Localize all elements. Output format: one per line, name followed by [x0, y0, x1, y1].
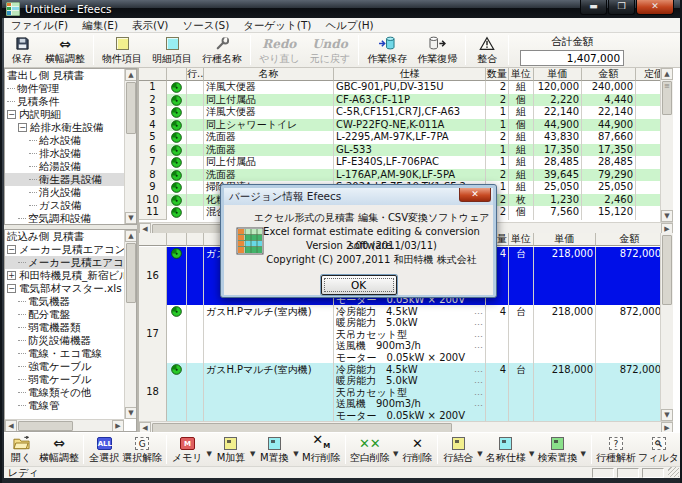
- column-header[interactable]: [187, 233, 204, 246]
- scroll-thumb[interactable]: [662, 235, 672, 305]
- m-add-button[interactable]: M加算: [214, 433, 248, 466]
- expand-box-icon[interactable]: +: [7, 271, 16, 280]
- column-header[interactable]: 単価: [534, 233, 596, 246]
- blank-delete-button[interactable]: ✕✕ 空白削除: [349, 433, 391, 466]
- column-header[interactable]: [139, 68, 167, 81]
- table-row[interactable]: 6洗面器GL-5331組17,35017,350: [139, 144, 673, 157]
- export-tree-vscrollbar[interactable]: ▲ ▼: [124, 69, 136, 224]
- column-header[interactable]: 金額: [596, 233, 664, 246]
- tree-item[interactable]: −メーカー見積エアコン.csv: [5, 243, 136, 256]
- scroll-up-arrow[interactable]: ▲: [661, 68, 673, 80]
- table-row[interactable]: 2同上付属品CF-A63,CF-11P2個2,2204,440: [139, 94, 673, 107]
- detail-item-button[interactable]: 明細項目: [147, 33, 197, 67]
- scroll-thumb[interactable]: [18, 421, 73, 431]
- work-restore-button[interactable]: 作業復帰: [412, 33, 462, 67]
- table1-vscrollbar[interactable]: ▲ ≡ ▼: [660, 68, 673, 222]
- m-add-dropdown-arrow[interactable]: ▼: [248, 450, 257, 458]
- row-delete-button[interactable]: ✕ 行削除: [400, 433, 434, 466]
- column-header[interactable]: 単価: [534, 68, 582, 81]
- m-row-delete-button[interactable]: ✕M M行削除: [301, 433, 342, 466]
- table-row[interactable]: 4同上シャワートイレCW-P22FQ-NE,K-011A1個44,90044,9…: [139, 119, 673, 132]
- menu-edit[interactable]: 編集(E): [75, 18, 125, 33]
- memory-button[interactable]: M メモリ: [170, 433, 204, 466]
- tree-item[interactable]: メーカー見積エアコン: [5, 256, 136, 269]
- scroll-down-arrow[interactable]: ▼: [125, 212, 137, 224]
- tree-item[interactable]: 見積条件: [5, 95, 136, 108]
- row-type-parse-button[interactable]: ? 行種解析: [595, 433, 637, 466]
- name-spec-dropdown-arrow[interactable]: ▼: [527, 450, 536, 458]
- select-all-button[interactable]: ALL 全選択: [87, 433, 121, 466]
- table-row[interactable]: 5洗面器L-2295,AM-97K,LF-7PA2組43,83087,660: [139, 131, 673, 144]
- table2-vscrollbar[interactable]: ▼: [660, 233, 673, 421]
- column-header[interactable]: 名称: [204, 68, 334, 81]
- save-button[interactable]: 保存: [4, 33, 40, 67]
- table-row[interactable]: 7同上付属品LF-E340S,LF-706PAC1組28,48528,485: [139, 156, 673, 169]
- table-row[interactable]: 18ガスH.Pマルチ(室内機)冷房能力 4.5kW…暖房能力 5.0kW…天吊カ…: [139, 363, 673, 421]
- fit-width-button-bottom[interactable]: ⇔ 横幅調整: [38, 433, 80, 466]
- scroll-right-arrow[interactable]: ▶: [112, 420, 124, 432]
- fit-width-button[interactable]: ⇔ 横幅調整: [40, 33, 90, 67]
- deselect-button[interactable]: G 選択解除: [121, 433, 163, 466]
- column-header[interactable]: [167, 233, 187, 246]
- scroll-down-arrow[interactable]: ▼: [661, 409, 673, 421]
- property-item-button[interactable]: 物件項目: [97, 33, 147, 67]
- name-spec-button[interactable]: 名称仕様: [485, 433, 527, 466]
- scroll-left-arrow[interactable]: ◀: [5, 420, 17, 432]
- scroll-thumb[interactable]: ≡: [662, 81, 672, 115]
- table-row[interactable]: 8洗面器L-176AP,AM-90K,LF-5PA2組39,64579,290: [139, 169, 673, 182]
- tree-item[interactable]: −内訳明細: [5, 108, 136, 121]
- collapse-box-icon[interactable]: −: [7, 110, 16, 119]
- menu-help[interactable]: ヘルプ(H): [318, 18, 380, 33]
- tree-item[interactable]: +和田特機見積_新宿ビル.xls: [5, 269, 136, 282]
- blank-delete-dropdown-arrow[interactable]: ▼: [391, 450, 400, 458]
- menu-source[interactable]: ソース(S): [175, 18, 236, 33]
- tree-item[interactable]: −給排水衛生設備: [5, 121, 136, 134]
- import-tree-vscrollbar[interactable]: ▲ ▼: [124, 230, 136, 419]
- collapse-box-icon[interactable]: −: [7, 245, 16, 254]
- dialog-close-button[interactable]: ✕: [459, 188, 491, 202]
- dialog-title-bar[interactable]: バージョン情報 Efeecs ✕: [224, 188, 493, 205]
- column-header[interactable]: [139, 233, 167, 246]
- tree-item[interactable]: −電気部材マスター.xls: [5, 282, 136, 295]
- row-type-name-button[interactable]: 行種名称: [197, 33, 247, 67]
- work-save-button[interactable]: 作業保存: [362, 33, 412, 67]
- scroll-down-arrow[interactable]: ▼: [661, 210, 673, 222]
- tree-item[interactable]: 空気調和設備: [5, 212, 136, 225]
- tree-item[interactable]: 電気機器: [5, 295, 136, 308]
- tree-item[interactable]: 強電ケーブル: [5, 360, 136, 373]
- tree-item[interactable]: 物件管理: [5, 82, 136, 95]
- align-button[interactable]: 整合: [469, 33, 505, 67]
- scroll-up-arrow[interactable]: ▲: [125, 69, 137, 81]
- undo-button[interactable]: Undo 元に戻す: [305, 33, 355, 67]
- tree-item[interactable]: 配分電盤: [5, 308, 136, 321]
- collapse-box-icon[interactable]: −: [7, 284, 16, 293]
- tree-item[interactable]: 電線類その他: [5, 386, 136, 399]
- column-header[interactable]: 単位: [509, 68, 534, 81]
- total-amount-field[interactable]: [520, 50, 624, 66]
- row-join-button[interactable]: 行結合: [441, 433, 475, 466]
- column-header[interactable]: 行...: [187, 68, 204, 81]
- table-row[interactable]: 3洋風大便器C-5R,CF151,CR7J,CF-A631組22,14022,1…: [139, 106, 673, 119]
- collapse-box-icon[interactable]: −: [18, 123, 27, 132]
- tree-item[interactable]: 電線管: [5, 399, 136, 412]
- row-join-dropdown-arrow[interactable]: ▼: [475, 450, 484, 458]
- menu-target[interactable]: ターゲット(T): [236, 18, 318, 33]
- resize-grip[interactable]: [668, 467, 679, 477]
- filter-button[interactable]: 🔍︎ フィルタ: [637, 433, 680, 466]
- tree-item[interactable]: 弱電ケーブル: [5, 373, 136, 386]
- scroll-down-arrow[interactable]: ▼: [125, 407, 137, 419]
- scroll-thumb[interactable]: [126, 243, 136, 303]
- m-replace-dropdown-arrow[interactable]: ▼: [291, 450, 300, 458]
- tree-item[interactable]: 消火設備: [5, 186, 136, 199]
- column-header[interactable]: 数量: [486, 68, 509, 81]
- scroll-thumb[interactable]: [126, 82, 136, 134]
- tree-item[interactable]: 防災設備機器: [5, 334, 136, 347]
- tree-item[interactable]: 給水設備: [5, 134, 136, 147]
- search-replace-button[interactable]: 検索置換: [536, 433, 578, 466]
- search-replace-dropdown-arrow[interactable]: ▼: [578, 450, 587, 458]
- menu-file[interactable]: ファイル(F): [4, 18, 75, 33]
- table-row[interactable]: 17ガスH.Pマルチ(室内機)冷房能力 4.5kW…暖房能力 5.0kW…天吊カ…: [139, 305, 673, 363]
- memory-dropdown-arrow[interactable]: ▼: [205, 450, 214, 458]
- column-header[interactable]: 金額: [582, 68, 636, 81]
- import-tree-hscrollbar[interactable]: ◀ ▶: [5, 419, 124, 431]
